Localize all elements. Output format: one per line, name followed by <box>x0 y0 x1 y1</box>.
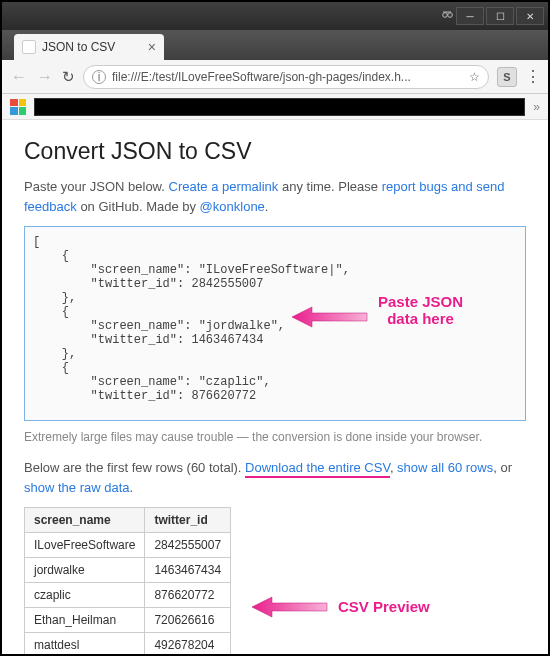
extension-badge[interactable]: S <box>497 67 517 87</box>
csv-preview-table: screen_nametwitter_id ILoveFreeSoftware2… <box>24 507 231 654</box>
svg-marker-3 <box>252 597 327 617</box>
bookmarks-overflow-icon[interactable]: » <box>533 100 540 114</box>
browser-tab[interactable]: JSON to CSV × <box>14 34 164 60</box>
bookmark-star-icon[interactable]: ☆ <box>469 70 480 84</box>
svg-point-0 <box>443 13 448 18</box>
incognito-icon <box>440 9 454 23</box>
table-header: twitter_id <box>145 508 231 533</box>
show-raw-data-link[interactable]: show the raw data <box>24 480 130 495</box>
reload-button[interactable]: ↻ <box>62 68 75 86</box>
close-window-button[interactable]: ✕ <box>516 7 544 25</box>
tab-favicon-icon <box>22 40 36 54</box>
annotation-csv-preview: CSV Preview <box>338 598 430 615</box>
table-header: screen_name <box>25 508 145 533</box>
menu-button[interactable]: ⋮ <box>525 67 540 86</box>
tab-strip: JSON to CSV × <box>2 30 548 60</box>
table-row: Ethan_Heilman720626616 <box>25 608 231 633</box>
intro-text: Paste your JSON below. Create a permalin… <box>24 177 526 216</box>
url-input[interactable]: i file:///E:/test/ILoveFreeSoftware/json… <box>83 65 489 89</box>
show-all-rows-link[interactable]: show all 60 rows <box>397 460 493 475</box>
back-button[interactable]: ← <box>10 68 28 86</box>
close-tab-icon[interactable]: × <box>148 39 156 55</box>
address-bar: ← → ↻ i file:///E:/test/ILoveFreeSoftwar… <box>2 60 548 94</box>
svg-point-1 <box>448 13 453 18</box>
bookmarks-blackbox <box>34 98 525 116</box>
download-csv-link[interactable]: Download the entire CSV <box>245 460 390 478</box>
table-row: jordwalke1463467434 <box>25 558 231 583</box>
window-titlebar: ─ ☐ ✕ <box>2 2 548 30</box>
permalink-link[interactable]: Create a permalink <box>169 179 279 194</box>
tab-title: JSON to CSV <box>42 40 115 54</box>
page-content: Convert JSON to CSV Paste your JSON belo… <box>2 120 548 654</box>
site-info-icon[interactable]: i <box>92 70 106 84</box>
hint-text: Extremely large files may cause trouble … <box>24 430 526 444</box>
arrow-csv-preview <box>252 595 332 628</box>
apps-icon[interactable] <box>10 99 26 115</box>
below-text: Below are the first few rows (60 total).… <box>24 458 526 497</box>
forward-button[interactable]: → <box>36 68 54 86</box>
page-title: Convert JSON to CSV <box>24 138 526 165</box>
minimize-button[interactable]: ─ <box>456 7 484 25</box>
table-row: czaplic876620772 <box>25 583 231 608</box>
url-text: file:///E:/test/ILoveFreeSoftware/json-g… <box>112 70 463 84</box>
json-textarea[interactable] <box>24 226 526 421</box>
bookmarks-bar: » <box>2 94 548 120</box>
table-row: ILoveFreeSoftware2842555007 <box>25 533 231 558</box>
maximize-button[interactable]: ☐ <box>486 7 514 25</box>
author-link[interactable]: @konklone <box>200 199 265 214</box>
table-row: mattdesl492678204 <box>25 633 231 655</box>
